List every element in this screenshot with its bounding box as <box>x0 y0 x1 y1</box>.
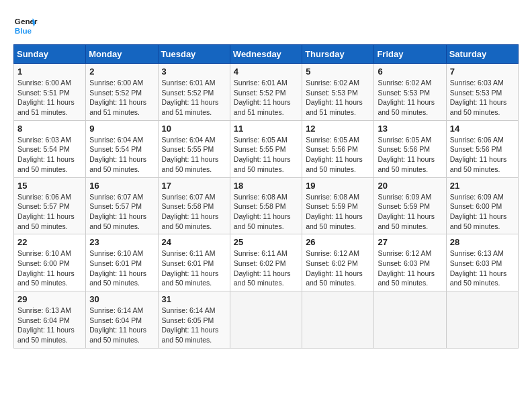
week-row-3: 15 Sunrise: 6:06 AM Sunset: 5:57 PM Dayl… <box>14 177 519 234</box>
day-number: 1 <box>17 66 82 77</box>
weekday-header-tuesday: Tuesday <box>158 45 230 64</box>
day-number: 16 <box>89 181 154 191</box>
day-detail: Sunrise: 6:13 AM Sunset: 6:04 PM Dayligh… <box>17 306 82 345</box>
calendar-cell: 20 Sunrise: 6:09 AM Sunset: 5:59 PM Dayl… <box>374 177 446 234</box>
day-number: 31 <box>162 294 226 304</box>
day-number: 6 <box>378 66 442 77</box>
calendar-cell: 26 Sunrise: 6:12 AM Sunset: 6:02 PM Dayl… <box>302 234 374 291</box>
calendar-cell: 16 Sunrise: 6:07 AM Sunset: 5:57 PM Dayl… <box>86 177 158 234</box>
logo-icon: General Blue <box>13 13 38 38</box>
day-detail: Sunrise: 6:05 AM Sunset: 5:55 PM Dayligh… <box>234 135 298 175</box>
day-number: 14 <box>450 124 515 134</box>
calendar-cell: 10 Sunrise: 6:04 AM Sunset: 5:55 PM Dayl… <box>158 120 230 177</box>
day-detail: Sunrise: 6:09 AM Sunset: 6:00 PM Dayligh… <box>450 192 515 232</box>
calendar-cell: 5 Sunrise: 6:02 AM Sunset: 5:53 PM Dayli… <box>302 64 374 121</box>
calendar-cell: 19 Sunrise: 6:08 AM Sunset: 5:59 PM Dayl… <box>302 177 374 234</box>
weekday-header-thursday: Thursday <box>302 45 374 64</box>
weekday-header-friday: Friday <box>374 45 446 64</box>
calendar-cell: 14 Sunrise: 6:06 AM Sunset: 5:56 PM Dayl… <box>446 120 518 177</box>
day-number: 13 <box>378 124 442 134</box>
calendar-header-row: SundayMondayTuesdayWednesdayThursdayFrid… <box>14 45 519 64</box>
weekday-header-sunday: Sunday <box>14 45 86 64</box>
day-detail: Sunrise: 6:12 AM Sunset: 6:02 PM Dayligh… <box>306 248 370 288</box>
day-detail: Sunrise: 6:01 AM Sunset: 5:52 PM Dayligh… <box>234 78 298 118</box>
calendar-cell: 25 Sunrise: 6:11 AM Sunset: 6:02 PM Dayl… <box>230 234 302 291</box>
day-number: 27 <box>378 237 442 247</box>
day-detail: Sunrise: 6:04 AM Sunset: 5:55 PM Dayligh… <box>162 135 226 175</box>
calendar-cell: 23 Sunrise: 6:10 AM Sunset: 6:01 PM Dayl… <box>86 234 158 291</box>
calendar-cell: 9 Sunrise: 6:04 AM Sunset: 5:54 PM Dayli… <box>86 120 158 177</box>
day-number: 20 <box>378 181 442 191</box>
weekday-header-monday: Monday <box>86 45 158 64</box>
day-detail: Sunrise: 6:06 AM Sunset: 5:57 PM Dayligh… <box>17 192 82 232</box>
day-number: 21 <box>450 181 515 191</box>
day-number: 19 <box>306 181 370 191</box>
day-detail: Sunrise: 6:06 AM Sunset: 5:56 PM Dayligh… <box>450 135 515 175</box>
day-number: 17 <box>162 181 226 191</box>
calendar-table: SundayMondayTuesdayWednesdayThursdayFrid… <box>13 44 519 349</box>
day-detail: Sunrise: 6:09 AM Sunset: 5:59 PM Dayligh… <box>378 192 442 232</box>
day-number: 5 <box>306 66 370 77</box>
day-detail: Sunrise: 6:11 AM Sunset: 6:01 PM Dayligh… <box>162 248 226 288</box>
calendar-cell <box>446 291 518 349</box>
calendar-cell <box>302 291 374 349</box>
day-number: 12 <box>306 124 370 134</box>
day-number: 22 <box>17 237 82 247</box>
day-detail: Sunrise: 6:10 AM Sunset: 6:00 PM Dayligh… <box>17 248 82 288</box>
day-number: 2 <box>89 66 154 77</box>
calendar-cell: 31 Sunrise: 6:14 AM Sunset: 6:05 PM Dayl… <box>158 291 230 349</box>
day-detail: Sunrise: 6:08 AM Sunset: 5:59 PM Dayligh… <box>306 192 370 232</box>
day-number: 28 <box>450 237 515 247</box>
day-number: 18 <box>234 181 298 191</box>
logo: General Blue <box>13 13 38 38</box>
day-detail: Sunrise: 6:14 AM Sunset: 6:04 PM Dayligh… <box>89 306 154 345</box>
week-row-2: 8 Sunrise: 6:03 AM Sunset: 5:54 PM Dayli… <box>14 120 519 177</box>
day-detail: Sunrise: 6:02 AM Sunset: 5:53 PM Dayligh… <box>378 78 442 118</box>
day-detail: Sunrise: 6:04 AM Sunset: 5:54 PM Dayligh… <box>89 135 154 175</box>
calendar-cell: 2 Sunrise: 6:00 AM Sunset: 5:52 PM Dayli… <box>86 64 158 121</box>
day-detail: Sunrise: 6:00 AM Sunset: 5:51 PM Dayligh… <box>17 78 82 118</box>
day-number: 26 <box>306 237 370 247</box>
day-detail: Sunrise: 6:00 AM Sunset: 5:52 PM Dayligh… <box>89 78 154 118</box>
day-detail: Sunrise: 6:03 AM Sunset: 5:54 PM Dayligh… <box>17 135 82 175</box>
day-number: 8 <box>17 124 82 134</box>
day-detail: Sunrise: 6:05 AM Sunset: 5:56 PM Dayligh… <box>306 135 370 175</box>
calendar-cell: 22 Sunrise: 6:10 AM Sunset: 6:00 PM Dayl… <box>14 234 86 291</box>
day-detail: Sunrise: 6:07 AM Sunset: 5:58 PM Dayligh… <box>162 192 226 232</box>
day-number: 9 <box>89 124 154 134</box>
calendar-cell: 30 Sunrise: 6:14 AM Sunset: 6:04 PM Dayl… <box>86 291 158 349</box>
day-number: 7 <box>450 66 515 77</box>
calendar-cell: 6 Sunrise: 6:02 AM Sunset: 5:53 PM Dayli… <box>374 64 446 121</box>
day-number: 24 <box>162 237 226 247</box>
day-number: 4 <box>234 66 298 77</box>
calendar-cell: 17 Sunrise: 6:07 AM Sunset: 5:58 PM Dayl… <box>158 177 230 234</box>
day-number: 23 <box>89 237 154 247</box>
week-row-5: 29 Sunrise: 6:13 AM Sunset: 6:04 PM Dayl… <box>14 291 519 349</box>
calendar-cell: 7 Sunrise: 6:03 AM Sunset: 5:53 PM Dayli… <box>446 64 518 121</box>
day-detail: Sunrise: 6:07 AM Sunset: 5:57 PM Dayligh… <box>89 192 154 232</box>
day-number: 11 <box>234 124 298 134</box>
day-detail: Sunrise: 6:05 AM Sunset: 5:56 PM Dayligh… <box>378 135 442 175</box>
day-number: 3 <box>162 66 226 77</box>
calendar-cell: 18 Sunrise: 6:08 AM Sunset: 5:58 PM Dayl… <box>230 177 302 234</box>
weekday-header-wednesday: Wednesday <box>230 45 302 64</box>
calendar-cell: 11 Sunrise: 6:05 AM Sunset: 5:55 PM Dayl… <box>230 120 302 177</box>
calendar-cell: 24 Sunrise: 6:11 AM Sunset: 6:01 PM Dayl… <box>158 234 230 291</box>
day-number: 29 <box>17 294 82 304</box>
day-detail: Sunrise: 6:13 AM Sunset: 6:03 PM Dayligh… <box>450 248 515 288</box>
calendar-cell <box>230 291 302 349</box>
day-detail: Sunrise: 6:11 AM Sunset: 6:02 PM Dayligh… <box>234 248 298 288</box>
calendar-cell: 4 Sunrise: 6:01 AM Sunset: 5:52 PM Dayli… <box>230 64 302 121</box>
day-number: 15 <box>17 181 82 191</box>
calendar-cell: 13 Sunrise: 6:05 AM Sunset: 5:56 PM Dayl… <box>374 120 446 177</box>
day-number: 25 <box>234 237 298 247</box>
day-detail: Sunrise: 6:01 AM Sunset: 5:52 PM Dayligh… <box>162 78 226 118</box>
calendar-cell: 27 Sunrise: 6:12 AM Sunset: 6:03 PM Dayl… <box>374 234 446 291</box>
day-number: 30 <box>89 294 154 304</box>
day-detail: Sunrise: 6:08 AM Sunset: 5:58 PM Dayligh… <box>234 192 298 232</box>
day-detail: Sunrise: 6:12 AM Sunset: 6:03 PM Dayligh… <box>378 248 442 288</box>
weekday-header-saturday: Saturday <box>446 45 518 64</box>
calendar-cell: 29 Sunrise: 6:13 AM Sunset: 6:04 PM Dayl… <box>14 291 86 349</box>
svg-text:Blue: Blue <box>15 26 32 35</box>
week-row-4: 22 Sunrise: 6:10 AM Sunset: 6:00 PM Dayl… <box>14 234 519 291</box>
